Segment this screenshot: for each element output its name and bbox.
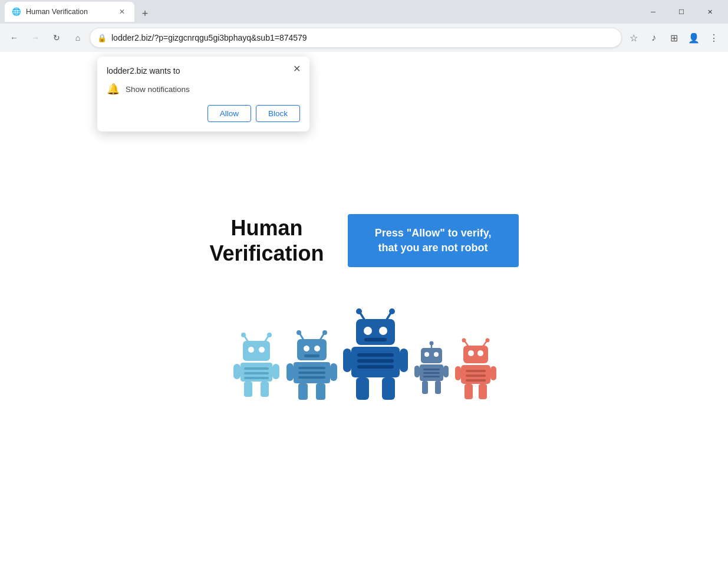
close-button[interactable]: ✕ bbox=[696, 0, 723, 24]
home-button[interactable]: ⌂ bbox=[68, 28, 87, 47]
popup-notification-row: 🔔 Show notifications bbox=[107, 83, 300, 96]
svg-rect-72 bbox=[490, 366, 496, 380]
svg-point-37 bbox=[379, 327, 387, 335]
lock-icon: 🔒 bbox=[97, 34, 107, 42]
svg-rect-49 bbox=[421, 348, 442, 363]
svg-rect-55 bbox=[423, 376, 440, 377]
svg-rect-4 bbox=[243, 341, 270, 361]
svg-rect-40 bbox=[357, 353, 394, 357]
svg-point-1 bbox=[241, 333, 246, 337]
menu-button[interactable]: ⋮ bbox=[704, 28, 723, 47]
forward-button[interactable]: → bbox=[26, 28, 45, 47]
svg-rect-74 bbox=[479, 384, 487, 399]
page-heading: HumanVerification bbox=[209, 215, 324, 266]
svg-point-63 bbox=[485, 338, 489, 343]
block-button[interactable]: Block bbox=[256, 105, 300, 122]
robot-3 bbox=[343, 308, 408, 400]
svg-point-21 bbox=[314, 346, 320, 351]
svg-rect-38 bbox=[364, 338, 387, 341]
svg-rect-30 bbox=[316, 383, 325, 400]
notification-popup: ✕ lodder2.biz wants to 🔔 Show notificati… bbox=[97, 57, 309, 132]
toolbar-icons: ☆ ♪ ⊞ 👤 ⋮ bbox=[624, 28, 723, 47]
svg-point-18 bbox=[322, 330, 327, 335]
svg-point-20 bbox=[304, 346, 309, 351]
svg-rect-13 bbox=[244, 382, 252, 397]
svg-rect-58 bbox=[422, 381, 428, 394]
svg-point-5 bbox=[248, 347, 254, 353]
bookmark-button[interactable]: ☆ bbox=[624, 28, 643, 47]
svg-point-66 bbox=[477, 350, 483, 356]
svg-rect-41 bbox=[357, 359, 394, 363]
address-bar[interactable]: 🔒 lodder2.biz/?p=gizgcnrqgu5gi3bphayq&su… bbox=[90, 28, 622, 48]
svg-point-61 bbox=[462, 338, 466, 343]
svg-rect-59 bbox=[435, 381, 441, 394]
svg-rect-10 bbox=[244, 377, 269, 379]
svg-point-48 bbox=[429, 341, 433, 346]
refresh-button[interactable]: ↻ bbox=[47, 28, 66, 47]
svg-rect-53 bbox=[423, 369, 440, 370]
robot-2 bbox=[286, 329, 337, 400]
svg-point-6 bbox=[259, 347, 265, 353]
allow-button[interactable]: Allow bbox=[207, 105, 251, 122]
svg-rect-29 bbox=[298, 383, 308, 400]
cta-box: Press "Allow" to verify, that you are no… bbox=[348, 214, 519, 267]
robot-5 bbox=[455, 338, 496, 400]
svg-rect-9 bbox=[244, 372, 269, 374]
svg-rect-56 bbox=[414, 366, 420, 377]
svg-rect-25 bbox=[298, 372, 325, 374]
robot-4 bbox=[414, 341, 449, 400]
svg-point-3 bbox=[267, 333, 272, 337]
svg-rect-71 bbox=[455, 366, 461, 380]
new-tab-button[interactable]: + bbox=[137, 5, 153, 22]
title-bar: 🌐 Human Verification ✕ + ─ ☐ ✕ bbox=[0, 0, 728, 24]
extensions-button[interactable]: ⊞ bbox=[664, 28, 683, 47]
url-text: lodder2.biz/?p=gizgcnrqgu5gi3bphayq&sub1… bbox=[111, 33, 614, 42]
svg-point-65 bbox=[468, 350, 474, 356]
svg-rect-45 bbox=[356, 377, 369, 400]
svg-rect-22 bbox=[304, 354, 319, 357]
maximize-button[interactable]: ☐ bbox=[668, 0, 695, 24]
back-button[interactable]: ← bbox=[5, 28, 24, 47]
tab-bar: 🌐 Human Verification ✕ + bbox=[5, 2, 640, 22]
bell-icon: 🔔 bbox=[107, 83, 120, 96]
svg-point-50 bbox=[424, 352, 429, 357]
svg-rect-43 bbox=[343, 349, 351, 372]
robots-row bbox=[232, 308, 496, 400]
popup-close-button[interactable]: ✕ bbox=[289, 61, 304, 75]
popup-buttons: Allow Block bbox=[107, 105, 300, 122]
tab-favicon: 🌐 bbox=[12, 7, 21, 17]
svg-rect-42 bbox=[357, 365, 394, 369]
svg-rect-8 bbox=[244, 367, 269, 370]
svg-rect-28 bbox=[330, 363, 337, 381]
music-button[interactable]: ♪ bbox=[644, 28, 663, 47]
svg-point-16 bbox=[297, 330, 301, 335]
profile-button[interactable]: 👤 bbox=[684, 28, 703, 47]
svg-rect-24 bbox=[298, 367, 325, 369]
popup-notification-text: Show notifications bbox=[126, 85, 190, 94]
tab-close-button[interactable]: ✕ bbox=[117, 6, 127, 17]
active-tab[interactable]: 🌐 Human Verification ✕ bbox=[5, 2, 134, 22]
svg-rect-44 bbox=[400, 349, 408, 372]
svg-rect-14 bbox=[261, 382, 269, 397]
minimize-button[interactable]: ─ bbox=[640, 0, 667, 24]
svg-rect-54 bbox=[423, 372, 440, 374]
svg-rect-57 bbox=[443, 366, 449, 377]
robot-1 bbox=[232, 332, 281, 400]
svg-rect-73 bbox=[465, 384, 473, 399]
svg-point-32 bbox=[356, 308, 362, 314]
tab-title: Human Verification bbox=[26, 8, 112, 16]
svg-rect-11 bbox=[233, 364, 241, 379]
window-controls: ─ ☐ ✕ bbox=[640, 0, 723, 24]
page-content: ✕ lodder2.biz wants to 🔔 Show notificati… bbox=[0, 52, 728, 562]
verification-section: HumanVerification Press "Allow" to verif… bbox=[209, 214, 518, 267]
svg-rect-64 bbox=[463, 346, 488, 363]
svg-rect-68 bbox=[466, 370, 486, 372]
svg-rect-12 bbox=[272, 364, 279, 379]
browser-window: 🌐 Human Verification ✕ + ─ ☐ ✕ ← → ↻ ⌂ 🔒… bbox=[0, 0, 728, 562]
svg-point-34 bbox=[389, 308, 395, 314]
svg-point-51 bbox=[434, 352, 439, 357]
popup-site-title: lodder2.biz wants to bbox=[107, 66, 300, 75]
svg-rect-70 bbox=[466, 379, 486, 382]
address-bar-row: ← → ↻ ⌂ 🔒 lodder2.biz/?p=gizgcnrqgu5gi3b… bbox=[0, 24, 728, 52]
svg-rect-46 bbox=[382, 377, 395, 400]
